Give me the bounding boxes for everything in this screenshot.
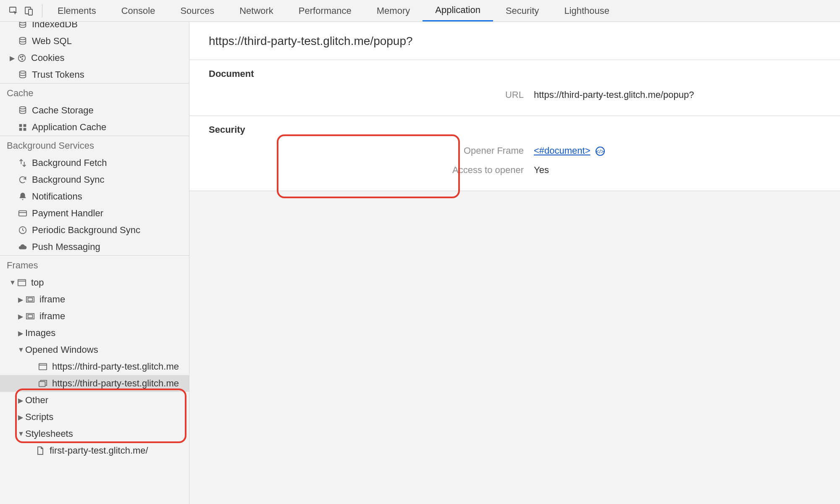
kv-value-url: https://third-party-test.glitch.me/popup… (534, 89, 694, 100)
sidebar-item-label: Periodic Background Sync (32, 225, 140, 236)
sidebar-item-label: IndexedDB (32, 22, 78, 30)
svg-point-7 (22, 56, 23, 57)
sidebar-item-trusttokens[interactable]: Trust Tokens (0, 66, 189, 83)
sidebar-item-label: Payment Handler (32, 208, 103, 219)
svg-point-9 (20, 71, 26, 74)
devtools-tabbar: Elements Console Sources Network Perform… (0, 0, 840, 22)
frame-detail-pane: https://third-party-test.glitch.me/popup… (189, 22, 840, 504)
grid-icon (18, 122, 28, 132)
frames-images[interactable]: ▶ Images (0, 325, 189, 341)
frames-opened-windows[interactable]: ▼ Opened Windows (0, 341, 189, 358)
frames-other[interactable]: ▶ Other (0, 392, 189, 409)
sidebar-item-cache-storage[interactable]: Cache Storage (0, 102, 189, 119)
credit-card-icon (18, 208, 28, 218)
sidebar-item-label: Cookies (31, 52, 64, 63)
tab-lighthouse[interactable]: Lighthouse (551, 0, 622, 21)
svg-rect-14 (24, 128, 26, 131)
device-toggle-icon[interactable] (24, 6, 34, 16)
svg-rect-19 (28, 298, 33, 301)
svg-point-6 (20, 57, 21, 58)
sidebar-item-label: Images (25, 328, 55, 339)
collapse-arrow-icon[interactable]: ▼ (18, 346, 24, 354)
kv-value-access: Yes (534, 165, 549, 176)
frames-iframe-1[interactable]: ▶ iframe (0, 291, 189, 308)
sidebar-item-label: https://third-party-test.glitch.me (52, 361, 179, 372)
collapse-arrow-icon[interactable]: ▼ (9, 279, 15, 286)
database-icon (18, 22, 28, 29)
svg-rect-11 (19, 124, 22, 127)
section-heading: Security (189, 124, 840, 141)
inspect-icon[interactable] (8, 6, 18, 16)
tab-security[interactable]: Security (493, 0, 551, 21)
sidebar-item-websql[interactable]: Web SQL (0, 33, 189, 50)
sidebar-item-periodic-sync[interactable]: Periodic Background Sync (0, 222, 189, 239)
svg-rect-17 (18, 280, 26, 286)
sidebar-section-frames: Frames (0, 256, 189, 274)
sidebar-item-bg-sync[interactable]: Background Sync (0, 171, 189, 188)
tab-sources[interactable]: Sources (168, 0, 227, 21)
tab-performance[interactable]: Performance (286, 0, 364, 21)
expand-arrow-icon[interactable]: ▶ (18, 329, 24, 337)
tab-memory[interactable]: Memory (364, 0, 423, 21)
kv-label-access: Access to opener (189, 165, 534, 176)
sidebar-item-bg-fetch[interactable]: Background Fetch (0, 155, 189, 171)
cloud-icon (18, 242, 28, 252)
sidebar-item-label: iframe (39, 311, 65, 322)
opened-window-1[interactable]: https://third-party-test.glitch.me (0, 358, 189, 375)
sidebar-item-app-cache[interactable]: Application Cache (0, 119, 189, 136)
reveal-in-elements-icon[interactable]: </> (596, 147, 605, 156)
frames-iframe-2[interactable]: ▶ iframe (0, 308, 189, 325)
frames-scripts[interactable]: ▶ Scripts (0, 409, 189, 425)
svg-rect-0 (10, 7, 16, 12)
sidebar-item-label: https://third-party-test.glitch.me (52, 378, 179, 389)
stylesheet-leaf[interactable]: ▶ first-party-test.glitch.me/ (0, 442, 189, 459)
svg-point-5 (18, 55, 26, 62)
sidebar-item-label: Web SQL (32, 36, 72, 47)
kv-label-opener-frame: Opener Frame (189, 145, 534, 156)
svg-rect-21 (28, 315, 33, 318)
sync-icon (18, 175, 28, 185)
sidebar-item-label: top (31, 277, 44, 288)
tab-console[interactable]: Console (109, 0, 168, 21)
sidebar-item-label: Background Fetch (32, 158, 107, 168)
sidebar-item-notifications[interactable]: Notifications (0, 188, 189, 205)
section-document: Document URL https://third-party-test.gl… (189, 60, 840, 116)
windows-stack-icon (38, 378, 48, 388)
svg-rect-2 (29, 9, 32, 15)
collapse-arrow-icon[interactable]: ▼ (18, 430, 24, 438)
expand-arrow-icon[interactable]: ▶ (18, 312, 24, 320)
sidebar-item-payment-handler[interactable]: Payment Handler (0, 205, 189, 222)
sidebar-item-indexeddb[interactable]: IndexedDB (0, 22, 189, 33)
frames-stylesheets[interactable]: ▼ Stylesheets (0, 425, 189, 442)
kv-label-url: URL (189, 89, 534, 100)
window-icon (17, 278, 27, 288)
sidebar-item-label: Stylesheets (25, 428, 73, 439)
sidebar-item-push[interactable]: Push Messaging (0, 239, 189, 255)
tab-elements[interactable]: Elements (45, 0, 109, 21)
expand-arrow-icon[interactable]: ▶ (9, 54, 15, 62)
svg-rect-13 (19, 128, 22, 131)
expand-arrow-icon[interactable]: ▶ (18, 296, 24, 304)
transfer-icon (18, 158, 28, 168)
svg-point-4 (20, 37, 26, 40)
expand-arrow-icon[interactable]: ▶ (18, 396, 24, 404)
cookie-icon (17, 53, 27, 63)
expand-arrow-icon[interactable]: ▶ (18, 413, 24, 421)
document-icon (35, 446, 45, 456)
database-icon (18, 36, 28, 46)
svg-rect-15 (19, 211, 26, 216)
tab-application[interactable]: Application (423, 0, 493, 21)
svg-rect-22 (39, 364, 47, 370)
database-icon (18, 70, 28, 80)
sidebar-item-label: Opened Windows (25, 344, 98, 355)
bell-icon (18, 192, 28, 202)
sidebar-item-label: Scripts (25, 412, 53, 423)
sidebar-item-label: first-party-test.glitch.me/ (50, 445, 148, 456)
frames-top[interactable]: ▼ top (0, 274, 189, 291)
tab-network[interactable]: Network (227, 0, 286, 21)
opened-window-2[interactable]: https://third-party-test.glitch.me (0, 375, 189, 392)
opener-frame-link[interactable]: <#document> (534, 145, 591, 156)
sidebar-item-cookies[interactable]: ▶ Cookies (0, 50, 189, 66)
sidebar-item-label: Application Cache (32, 122, 106, 133)
section-security: Security Opener Frame <#document> </> Ac… (189, 116, 840, 191)
